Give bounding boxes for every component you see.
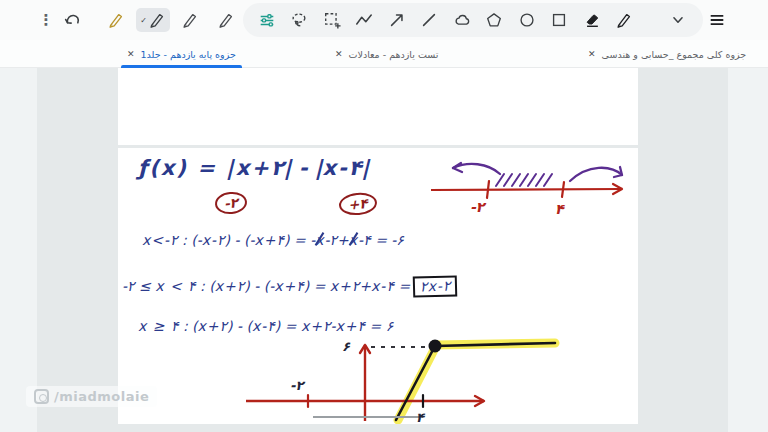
graph-ylabel: ۶ — [342, 339, 351, 354]
annotation-circle-right: +۴ — [338, 191, 377, 216]
tab-label: تست یازدهم - معادلات — [349, 49, 439, 60]
close-icon[interactable]: ✕ — [335, 50, 343, 59]
watermark-handle: /miadmolaie — [54, 389, 149, 404]
pen-icon — [615, 11, 633, 29]
tab-test-equations[interactable]: ✕ تست یازدهم - معادلات — [335, 40, 438, 68]
close-icon[interactable]: ✕ — [127, 50, 135, 59]
chevron-down-icon — [669, 11, 687, 29]
pentagon-icon — [485, 11, 503, 29]
watermark: /miadmolaie — [26, 386, 157, 407]
graph-xlabel-4: ۴ — [416, 410, 426, 424]
cloud-icon — [453, 11, 471, 29]
tab-notebook-grade11[interactable]: ✕ جزوه پایه یازدهم - جلد1 — [127, 40, 236, 68]
pen-icon — [181, 11, 199, 29]
tab-label: جزوه پایه یازدهم - جلد1 — [141, 49, 236, 60]
menu-button[interactable] — [705, 8, 729, 32]
undo-icon — [63, 11, 81, 29]
arrow-tool-button[interactable] — [387, 11, 406, 30]
instagram-icon — [34, 389, 49, 404]
toolbar: ⋮ ✓ — [0, 0, 768, 40]
boxed-result: ۲x-۲ — [413, 275, 458, 297]
handwriting-case1: x<-۲ : (-x-۲) - (-x+۴) = -x-۲+x-۴ = -۶ — [142, 232, 404, 248]
graph-xlabel-neg2: -۲ — [290, 378, 305, 393]
square-icon — [550, 11, 568, 29]
page-1[interactable] — [118, 68, 638, 145]
tab-label: جزوه کلی مجموع _حسابی و هندسی — [602, 49, 747, 60]
eraser-icon — [583, 11, 601, 29]
eraser-button[interactable] — [582, 11, 601, 30]
graph-sketch: ۶ -۲ ۴ — [238, 332, 574, 424]
sliders-icon — [258, 11, 276, 29]
number-line-label-4: ۴ — [555, 201, 565, 217]
marquee-select-button[interactable] — [322, 11, 341, 30]
number-line-sketch: -۲ ۴ — [428, 160, 630, 220]
lasso-select-button[interactable] — [290, 11, 309, 30]
ellipse-shape-button[interactable] — [517, 11, 536, 30]
pen-icon — [217, 11, 235, 29]
circle-icon — [518, 11, 536, 29]
pen-alt-2-button[interactable] — [214, 8, 238, 32]
hamburger-icon — [708, 11, 726, 29]
lasso-icon — [290, 11, 308, 29]
pen-selected-button[interactable]: ✓ — [136, 8, 170, 32]
pen-tool-button[interactable] — [615, 11, 634, 30]
close-icon[interactable]: ✕ — [588, 50, 596, 59]
arrow-icon — [388, 11, 406, 29]
more-tools-button[interactable] — [668, 11, 687, 30]
rectangle-shape-button[interactable] — [550, 11, 569, 30]
cloud-shape-button[interactable] — [452, 11, 471, 30]
pen-icon — [107, 11, 125, 29]
number-line-label-neg2: -۲ — [470, 199, 487, 215]
handwriting-function-line: ƒ(x) = |x+۲| - |x-۴| — [138, 156, 369, 180]
whiteboard-app: ⋮ ✓ — [0, 0, 768, 432]
tab-series-booklet[interactable]: ✕ جزوه کلی مجموع _حسابی و هندسی — [588, 40, 746, 68]
polyline-button[interactable] — [355, 11, 374, 30]
polyline-icon — [355, 11, 373, 29]
undo-button[interactable] — [60, 8, 84, 32]
page-2[interactable]: ƒ(x) = |x+۲| - |x-۴| -۲ +۴ -۲ ۴ x<-۲ : (… — [118, 148, 638, 424]
canvas-viewport[interactable]: ƒ(x) = |x+۲| - |x-۴| -۲ +۴ -۲ ۴ x<-۲ : (… — [0, 68, 768, 432]
more-options-button[interactable]: ⋮ — [34, 8, 58, 32]
line-tool-button[interactable] — [420, 11, 439, 30]
tool-pill — [243, 3, 703, 37]
adjustments-button[interactable] — [257, 11, 276, 30]
pen-alt-1-button[interactable] — [178, 8, 202, 32]
pen-icon — [148, 11, 166, 29]
line-icon — [420, 11, 438, 29]
checkmark-icon: ✓ — [140, 16, 147, 25]
pentagon-shape-button[interactable] — [485, 11, 504, 30]
annotation-circle-left: -۲ — [214, 191, 248, 216]
pen-highlight-button[interactable] — [104, 8, 128, 32]
marquee-icon — [323, 11, 341, 29]
tab-bar: ✕ جزوه پایه یازدهم - جلد1 ✕ تست یازدهم -… — [0, 40, 768, 68]
handwriting-case2: -۲ ≤ x < ۴ : (x+۲) - (-x+۴) = x+۲+x-۴ =۲… — [122, 276, 458, 297]
